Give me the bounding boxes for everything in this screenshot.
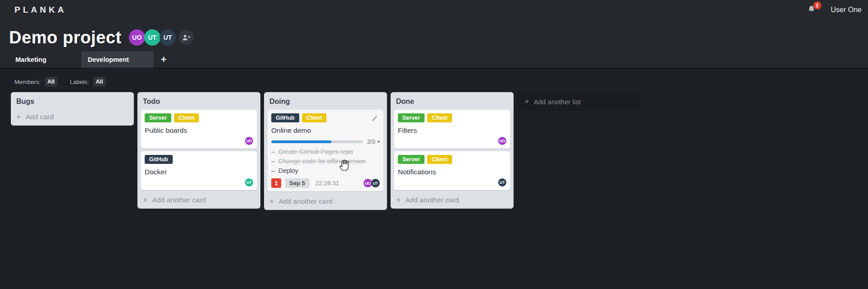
chevron-down-icon: ▾ [377,139,380,144]
task-item: –Deploy [271,166,380,176]
dash-icon: – [271,157,275,166]
labels-filter-group: Labels: All [70,77,106,87]
project-header: Demo project UOUTUT [0,20,868,51]
card-title: Online demo [271,126,380,135]
card-title: Docker [145,168,253,177]
card-labels: GitHub [145,155,253,164]
list-bugs: Bugs+Add card [11,92,134,126]
task-text: Change code for offline version [278,157,366,166]
list-title[interactable]: Bugs [14,93,130,110]
label-chip-github: GitHub [271,113,299,122]
members-filter-label: Members: [14,79,41,85]
members-filter-group: Members: All [14,77,57,87]
member-avatar[interactable]: UT [160,29,176,46]
label-chip-client: Client [427,113,452,122]
list-todo: TodoServerClientPublic boardsUOGitHubDoc… [137,92,260,209]
card-title: Notifications [398,168,506,177]
member-avatar[interactable]: UO [129,29,145,46]
task-item: –Create GitHub Pages repo [271,147,380,157]
card-members: UOUT [364,179,380,187]
member-avatar: UT [498,178,506,186]
progress-bar-fill [271,140,331,143]
card-title: Public boards [145,126,253,135]
project-members: UOUTUT [130,29,194,46]
list-done: DoneServerClientFiltersUOServerClientNot… [391,92,514,209]
member-avatar: UO [498,137,506,145]
label-chip-server: Server [398,113,425,122]
current-user-button[interactable]: User One [831,6,862,14]
list-title[interactable]: Done [394,93,510,110]
person-add-icon [182,33,190,42]
list-title[interactable]: Doing [268,93,383,110]
plus-icon: + [16,113,21,121]
add-member-button[interactable] [179,30,194,45]
label-chip-server: Server [145,113,171,122]
appbar-right: 2 User One [807,5,862,15]
card-notifications[interactable]: ServerClientNotificationsUT [394,151,510,190]
dash-icon: – [271,166,275,176]
task-text: Create GitHub Pages repo [278,147,353,157]
planka-logo: PLANKA [14,5,66,15]
add-list-label: Add another list [534,98,581,106]
label-chip-server: Server [398,155,425,164]
label-chip-client: Client [427,155,452,164]
label-chip-client: Client [302,113,327,122]
add-card-button[interactable]: +Add another card [394,193,510,205]
due-date-badge[interactable]: Sep 5 [285,178,309,188]
board-tabs: MarketingDevelopment + [0,51,868,68]
card-members: UT [145,178,253,186]
task-text: Deploy [278,166,298,176]
progress-count-toggle[interactable]: 2/3▾ [367,138,380,145]
label-chip-client: Client [174,113,199,122]
tab-development[interactable]: Development [81,51,154,68]
progress-count: 2/3 [367,138,375,145]
card-title: Filters [398,126,506,135]
member-avatar: UT [245,178,253,186]
notification-count-badge: 2 [813,1,821,9]
plus-icon: + [161,54,167,65]
progress-bar [271,140,363,143]
card-badges: 1Sep 522:26:31UOUT [271,178,380,188]
project-title: Demo project [9,28,122,47]
tab-marketing[interactable]: Marketing [9,51,81,68]
add-card-button[interactable]: +Add another card [141,193,257,205]
top-region: PLANKA 2 User One Demo project UOUTUT [0,0,868,69]
member-avatar: UT [371,179,380,187]
app-header-bar: PLANKA 2 User One [0,0,868,20]
task-item: –Change code for offline version [271,157,380,166]
card-members: UT [398,178,506,186]
card-members: UO [398,137,506,145]
label-chip-github: GitHub [145,155,173,164]
plus-icon: + [269,198,274,205]
board-canvas: Bugs+Add cardTodoServerClientPublic boar… [0,89,868,210]
labels-filter-label: Labels: [70,79,89,85]
card-online-demo[interactable]: GitHubClientOnline demo2/3▾–Create GitHu… [268,110,383,191]
add-card-label: Add another card [406,196,459,204]
list-doing: DoingGitHubClientOnline demo2/3▾–Create … [264,92,387,210]
card-filters[interactable]: ServerClientFiltersUO [394,110,510,149]
timer-value[interactable]: 22:26:31 [316,180,340,186]
members-filter-value-button[interactable]: All [45,77,57,87]
add-card-label: Add card [26,113,54,121]
card-public-boards[interactable]: ServerClientPublic boardsUO [141,110,257,149]
task-progress: 2/3▾ [271,138,380,145]
list-title[interactable]: Todo [141,93,257,110]
task-list: –Create GitHub Pages repo–Change code fo… [271,147,380,176]
add-card-button[interactable]: +Add another card [268,194,383,206]
member-avatar: UO [245,137,253,145]
card-members: UO [145,137,253,145]
card-labels: ServerClient [398,155,506,164]
card-docker[interactable]: GitHubDockerUT [141,151,257,190]
add-list-button[interactable]: + Add another list [517,92,640,111]
labels-filter-value-button[interactable]: All [93,77,106,87]
due-tasks-badge: 1 [271,178,281,188]
member-avatar[interactable]: UT [144,29,160,46]
notifications-button[interactable]: 2 [807,5,817,15]
card-labels: ServerClient [398,113,506,122]
add-board-button[interactable]: + [154,51,174,68]
add-card-button[interactable]: +Add card [14,110,130,122]
edit-card-button[interactable] [371,115,378,122]
add-card-label: Add another card [279,197,333,205]
pencil-icon [371,115,378,122]
plus-icon: + [524,98,529,105]
